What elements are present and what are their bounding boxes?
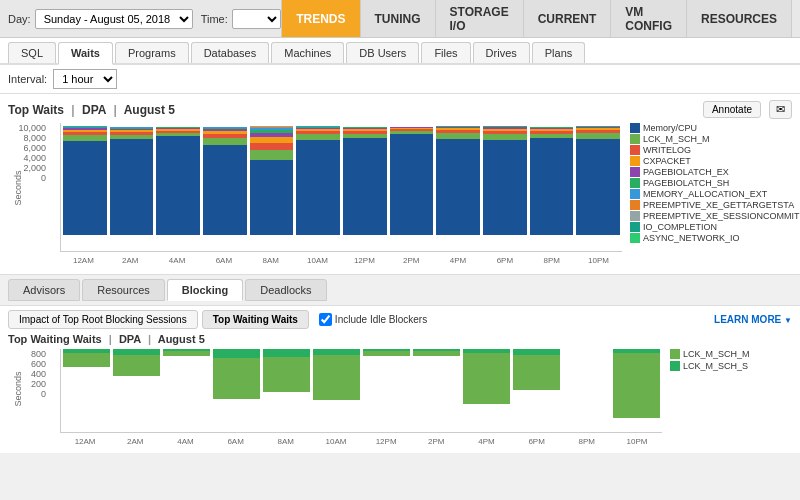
- bar-segment[interactable]: [343, 138, 387, 235]
- bottom-bar[interactable]: [163, 351, 210, 356]
- bar-segment[interactable]: [250, 150, 294, 160]
- bar-segment[interactable]: [530, 138, 574, 235]
- bottom-bar[interactable]: [63, 353, 110, 367]
- bar-group: [390, 123, 434, 235]
- day-label: Day:: [8, 13, 31, 25]
- bottom-chart-inner: [60, 349, 662, 433]
- bar-group: [110, 123, 154, 235]
- x-label: 6PM: [481, 256, 528, 265]
- bar-segment[interactable]: [110, 139, 154, 235]
- bar-group: [203, 123, 247, 235]
- bottom-bar-group: [163, 349, 210, 418]
- top-y-axis-label: Seconds: [13, 171, 23, 206]
- legend-label: LCK_M_SCH_M: [643, 134, 710, 144]
- bottom-bar-group: [213, 349, 260, 418]
- x-label: 12AM: [60, 256, 107, 265]
- bottom-chart-wrapper: 12AM2AM4AM6AM8AM10AM12PM2PM4PM6PM8PM10PM: [60, 349, 662, 449]
- sub-tabs: Advisors Resources Blocking Deadlocks: [0, 275, 800, 306]
- legend-item: PREEMPTIVE_XE_SESSIONCOMMIT: [630, 211, 792, 221]
- bar-segment[interactable]: [63, 141, 107, 235]
- annotate-button[interactable]: Annotate: [703, 101, 761, 118]
- bottom-bar[interactable]: [313, 355, 360, 400]
- x-label: 10PM: [575, 256, 622, 265]
- bottom-legend-item: LCK_M_SCH_S: [670, 361, 792, 371]
- idle-blockers-checkbox[interactable]: [319, 313, 332, 326]
- top-chart-inner: [60, 123, 622, 252]
- legend-item: WRITELOG: [630, 145, 792, 155]
- sec-tab-databases[interactable]: Databases: [191, 42, 270, 63]
- bottom-x-label: 12PM: [361, 437, 411, 446]
- bottom-bar[interactable]: [213, 349, 260, 358]
- legend-color: [630, 167, 640, 177]
- sec-tab-drives[interactable]: Drives: [473, 42, 530, 63]
- sec-tab-programs[interactable]: Programs: [115, 42, 189, 63]
- bottom-bar[interactable]: [263, 357, 310, 392]
- bottom-legend-item: LCK_M_SCH_M: [670, 349, 792, 359]
- time-select[interactable]: [232, 9, 281, 29]
- bottom-bar[interactable]: [113, 355, 160, 376]
- top-chart-title: Top Waits | DPA | August 5: [8, 103, 175, 117]
- email-button[interactable]: ✉: [769, 100, 792, 119]
- x-label: 4PM: [435, 256, 482, 265]
- bar-segment[interactable]: [296, 140, 340, 235]
- top-nav-bar: Day: Sunday - August 05, 2018 Time: TREN…: [0, 0, 800, 38]
- bottom-bar[interactable]: [413, 351, 460, 356]
- legend-label: Memory/CPU: [643, 123, 697, 133]
- sub-tab-blocking[interactable]: Blocking: [167, 279, 243, 301]
- bottom-bar[interactable]: [263, 349, 310, 357]
- bar-segment[interactable]: [250, 143, 294, 150]
- sec-tab-plans[interactable]: Plans: [532, 42, 586, 63]
- sec-tab-files[interactable]: Files: [421, 42, 470, 63]
- bottom-x-label: 4PM: [461, 437, 511, 446]
- bar-segment[interactable]: [250, 160, 294, 235]
- bar-group: [250, 123, 294, 235]
- bottom-bar[interactable]: [363, 351, 410, 356]
- bar-segment[interactable]: [390, 134, 434, 235]
- bottom-tabs-row: Impact of Top Root Blocking Sessions Top…: [8, 310, 792, 329]
- bar-segment[interactable]: [576, 139, 620, 235]
- bottom-bar[interactable]: [613, 353, 660, 418]
- interval-label: Interval:: [8, 73, 47, 85]
- day-select[interactable]: Sunday - August 05, 2018: [35, 9, 193, 29]
- nav-tab-vm-config[interactable]: VM CONFIG: [611, 0, 687, 37]
- interval-select[interactable]: 1 hour 30 min: [53, 69, 117, 89]
- legend-color: [630, 123, 640, 133]
- nav-tab-storage-io[interactable]: STORAGE I/O: [436, 0, 524, 37]
- sub-tab-deadlocks[interactable]: Deadlocks: [245, 279, 326, 301]
- sub-tab-resources[interactable]: Resources: [82, 279, 165, 301]
- bottom-bars-container: [61, 349, 662, 418]
- nav-tab-trends[interactable]: TRENDS: [281, 0, 360, 37]
- top-chart-with-xaxis: 12AM2AM4AM6AM8AM10AM12PM2PM4PM6PM8PM10PM: [60, 123, 622, 268]
- bar-segment[interactable]: [203, 145, 247, 235]
- x-label: 2PM: [388, 256, 435, 265]
- nav-tab-resources[interactable]: RESOURCES: [687, 0, 792, 37]
- nav-tab-tuning[interactable]: TUNING: [361, 0, 436, 37]
- bar-segment[interactable]: [483, 140, 527, 235]
- bottom-x-label: 4AM: [160, 437, 210, 446]
- sec-tab-db-users[interactable]: DB Users: [346, 42, 419, 63]
- chevron-down-icon: ▼: [784, 316, 792, 325]
- bottom-bar-group: [63, 349, 110, 418]
- learn-more-link[interactable]: LEARN MORE ▼: [714, 314, 792, 325]
- sub-tab-advisors[interactable]: Advisors: [8, 279, 80, 301]
- nav-tab-current[interactable]: CURRENT: [524, 0, 612, 37]
- bar-segment[interactable]: [436, 139, 480, 235]
- bottom-bar[interactable]: [513, 355, 560, 390]
- bar-segment[interactable]: [203, 138, 247, 145]
- impact-blocking-btn[interactable]: Impact of Top Root Blocking Sessions: [8, 310, 198, 329]
- x-label: 4AM: [154, 256, 201, 265]
- bottom-bar[interactable]: [213, 358, 260, 399]
- main-nav-tabs: TRENDS TUNING STORAGE I/O CURRENT VM CON…: [281, 0, 792, 37]
- sec-tab-sql[interactable]: SQL: [8, 42, 56, 63]
- bottom-bar-group: [613, 349, 660, 418]
- top-waiting-waits-btn[interactable]: Top Waiting Waits: [202, 310, 309, 329]
- bottom-bar-group: [563, 349, 610, 418]
- sec-tab-waits[interactable]: Waits: [58, 42, 113, 65]
- bottom-bar[interactable]: [463, 353, 510, 404]
- bar-segment[interactable]: [156, 136, 200, 235]
- idle-blockers-label[interactable]: Include Idle Blockers: [319, 313, 427, 326]
- sec-tab-machines[interactable]: Machines: [271, 42, 344, 63]
- x-label: 10AM: [294, 256, 341, 265]
- top-chart-header: Top Waits | DPA | August 5 Annotate ✉: [8, 100, 792, 119]
- bar-group: [63, 123, 107, 235]
